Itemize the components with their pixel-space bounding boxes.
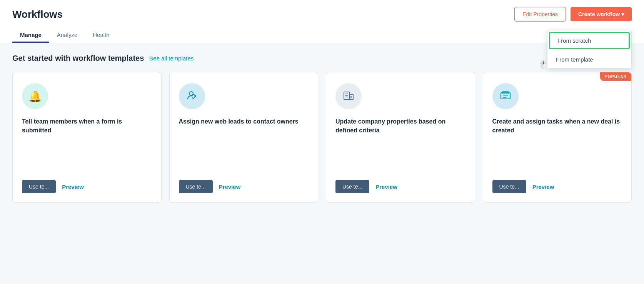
tab-health[interactable]: Health xyxy=(85,28,117,43)
preview-button-0[interactable]: Preview xyxy=(62,184,84,190)
preview-button-2[interactable]: Preview xyxy=(375,184,397,190)
card-icon-wrapper-0: 🔔 xyxy=(22,83,48,109)
main-content: Get started with workflow templates See … xyxy=(0,43,644,214)
header-row: Workflows Edit Properties Create workflo… xyxy=(12,7,632,28)
dropdown-from-scratch[interactable]: From scratch xyxy=(549,32,630,49)
card-actions-0: Use te... Preview xyxy=(22,180,152,193)
cards-grid: 🔔 Tell team members when a form is submi… xyxy=(12,72,632,203)
template-card-0: 🔔 Tell team members when a form is submi… xyxy=(12,72,162,203)
tabs-row: Manage Analyze Health xyxy=(12,28,632,43)
tab-manage[interactable]: Manage xyxy=(12,28,49,43)
templates-heading: Get started with workflow templates xyxy=(12,54,144,63)
card-actions-2: Use te... Preview xyxy=(335,180,465,193)
card-icon-wrapper-3 xyxy=(492,83,519,109)
card-icon-wrapper-1 xyxy=(179,83,205,109)
preview-button-3[interactable]: Preview xyxy=(532,184,554,190)
tab-analyze[interactable]: Analyze xyxy=(49,28,85,43)
use-template-button-0[interactable]: Use te... xyxy=(22,180,56,193)
template-card-2: Update company properties based on defin… xyxy=(326,72,475,203)
dropdown-from-template[interactable]: From template xyxy=(547,51,631,68)
company-icon xyxy=(342,89,355,104)
template-card-1: Assign new web leads to contact owners U… xyxy=(169,72,319,203)
preview-button-1[interactable]: Preview xyxy=(219,184,241,190)
svg-rect-2 xyxy=(349,94,353,100)
templates-header: Get started with workflow templates See … xyxy=(12,54,632,63)
card-description-1: Assign new web leads to contact owners xyxy=(179,117,309,172)
use-template-button-3[interactable]: Use te... xyxy=(492,180,526,193)
card-actions-1: Use te... Preview xyxy=(179,180,309,193)
card-icon-wrapper-2 xyxy=(335,83,362,109)
template-card-3: POPULAR Create and assign tasks when a n… xyxy=(483,72,632,203)
popular-badge: POPULAR xyxy=(600,72,631,81)
create-workflow-button[interactable]: Create workflow ▾ xyxy=(571,7,632,21)
card-description-0: Tell team members when a form is submitt… xyxy=(22,117,152,172)
deal-icon xyxy=(499,89,512,104)
page-title: Workflows xyxy=(12,8,63,20)
see-all-templates-link[interactable]: See all templates xyxy=(149,55,194,62)
card-description-2: Update company properties based on defin… xyxy=(335,117,465,172)
use-template-button-2[interactable]: Use te... xyxy=(335,180,369,193)
svg-rect-1 xyxy=(344,92,349,100)
contact-rotate-icon xyxy=(186,89,198,104)
page-wrapper: Workflows Edit Properties Create workflo… xyxy=(0,0,644,284)
bell-icon: 🔔 xyxy=(28,90,42,103)
dropdown-menu: From scratch From template xyxy=(547,30,632,68)
use-template-button-1[interactable]: Use te... xyxy=(179,180,213,193)
header-actions: Edit Properties Create workflow ▾ xyxy=(514,7,632,22)
card-description-3: Create and assign tasks when a new deal … xyxy=(492,117,622,172)
edit-properties-button[interactable]: Edit Properties xyxy=(514,7,566,22)
card-actions-3: Use te... Preview xyxy=(492,180,622,193)
